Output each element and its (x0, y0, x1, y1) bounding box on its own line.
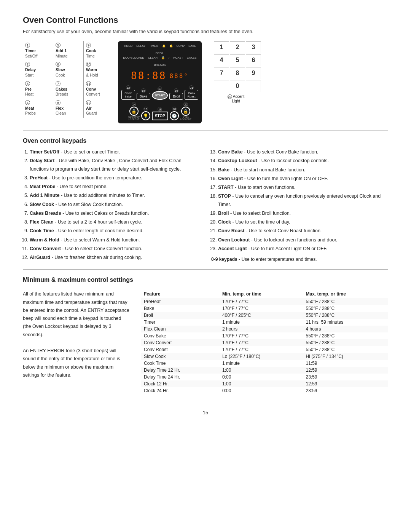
keypad-cell-12: 12AirGuard (84, 99, 114, 118)
table-header: Max. temp. or time (303, 290, 388, 298)
numpad-key-7[interactable]: 7 (214, 67, 229, 79)
keypad-item-3: PreHeat - Use to pre-condition the oven … (30, 174, 200, 182)
numpad-key-0[interactable]: 0 (230, 80, 245, 92)
oven-display: 88:88 888° (131, 70, 189, 81)
table-cell: Lo (225°F / 180°C) (219, 353, 303, 360)
minmax-para2: An ENTRY ERROR tone (3 short beeps) will… (23, 347, 129, 379)
keypad-cell-5: 5Add 1Minute (53, 41, 84, 60)
table-cell: 11:59 (303, 360, 388, 367)
table-cell: 12:59 (303, 367, 388, 374)
table-cell: Delay Time 12 Hr. (141, 367, 219, 374)
table-cell: Slow Cook (141, 353, 219, 360)
keypad-cell-8: 8FlexClean (53, 99, 84, 118)
keypad-item-6: Slow Cook - Use to set Slow Cook functio… (30, 201, 200, 209)
table-cell: Delay Time 24 Hr. (141, 374, 219, 380)
keypad-cell-9: 9CookTime (84, 41, 114, 60)
number-pad-area: 1234567890 23 AccentLight (211, 41, 261, 103)
number-pad: 1234567890 (214, 41, 261, 92)
start-btn[interactable]: START (152, 91, 168, 100)
table-cell: 170°F / 77°C (219, 332, 303, 339)
table-cell: 550°F / 288°C (303, 332, 388, 339)
table-cell: Timer (141, 319, 219, 326)
table-cell: 1:00 (219, 367, 303, 374)
table-cell: 23:59 (303, 374, 388, 380)
stop-btn[interactable]: STOP (152, 112, 168, 120)
table-cell: Clock 12 Hr. (141, 380, 219, 387)
numpad-key-8[interactable]: 8 (230, 67, 245, 79)
keypad-item-4: Meat Probe - Use to set meat probe. (30, 183, 200, 191)
table-cell: Bake (141, 305, 219, 312)
numpad-key-6[interactable]: 6 (246, 54, 261, 66)
page-number: 15 (23, 410, 388, 415)
keypad-item-15: Bake - Use to start normal Bake function… (218, 166, 388, 174)
table-cell: 550°F / 288°C (303, 298, 388, 305)
cooktop-lockout-btn[interactable]: 🔒 (129, 107, 139, 116)
keypad-item-10: Warm & Hold - Use to select Warm & Hold … (30, 236, 200, 244)
table-cell: 400°F / 205°C (219, 312, 303, 319)
numpad-key-3[interactable]: 3 (246, 41, 261, 53)
table-cell: 1 minute (219, 360, 303, 367)
keypad-item-1: Timer Set/Off - Use to set or cancel Tim… (30, 148, 200, 156)
icon-buttons-row: 14 🔒 COOKTOPLOCKOUT 16 💡 18 STOP 20 🕐 (128, 102, 191, 120)
table-row: PreHeat170°F / 77°C550°F / 288°C (141, 298, 388, 305)
indicator-row1: TIMEDDELAYTIMER🔔🔔CONVBAKEBROIL (123, 44, 197, 55)
table-cell: 550°F / 288°C (303, 312, 388, 319)
keypads-section: Timer Set/Off - Use to set or cancel Tim… (23, 148, 388, 262)
table-cell: 11 hrs. 59 minutes (303, 319, 388, 326)
clock-btn[interactable]: 🕐 (170, 111, 179, 120)
keypads-col2: Conv Bake - Use to select Conv Bake func… (211, 148, 388, 262)
keypad-cell-3: 3PreHeat (23, 80, 53, 99)
keypads-col1: Timer Set/Off - Use to set or cancel Tim… (23, 148, 200, 262)
table-row: Delay Time 12 Hr.1:0012:59 (141, 367, 388, 374)
keypad-item-17: START - Use to start oven functions. (218, 184, 388, 192)
table-cell: 550°F / 288°C (303, 346, 388, 353)
keypad-item-18: STOP - Use to cancel any oven function p… (218, 192, 388, 209)
table-row: Cook Time1 minute11:59 (141, 360, 388, 367)
table-cell: PreHeat (141, 298, 219, 305)
oven-lockout-btn[interactable]: 🔒 (181, 107, 190, 116)
broil-btn[interactable]: Broil (169, 93, 183, 100)
keypad-item-22: Oven Lockout - Use to lockout oven funct… (218, 236, 388, 244)
intro-text: For satisfactory use of your oven, becom… (23, 29, 388, 34)
keypad-item-13: Conv Bake - Use to select Conv Bake func… (218, 148, 388, 156)
keypad-item-8: Flex Clean - Use to set a 2 to 4 hour se… (30, 218, 200, 226)
numpad-key-4[interactable]: 4 (214, 54, 229, 66)
keypad-cell-2: 2DelayStart (23, 60, 53, 79)
numpad-key-5[interactable]: 5 (230, 54, 245, 66)
keypad-cell-7: 7CakesBreads (53, 80, 84, 99)
table-row: Slow CookLo (225°F / 180°C)Hi (275°F / 1… (141, 353, 388, 360)
keypad-item-20: Clock - Use to set the time of day. (218, 218, 388, 226)
minmax-table: FeatureMin. temp. or timeMax. temp. or t… (141, 290, 388, 394)
keypad-cell-4: 4MeatProbe (23, 99, 53, 118)
minmax-para1: All of the features listed have minimum … (23, 290, 129, 339)
keypad-item-23: Accent Light - Use to turn Accent Light … (218, 245, 388, 253)
diagram-area: 1TimerSet/Off5Add 1Minute9CookTime2Delay… (23, 41, 388, 131)
table-cell: 2 hours (219, 326, 303, 332)
minmax-left-text: All of the features listed have minimum … (23, 290, 129, 394)
table-cell: 12:59 (303, 380, 388, 387)
table-cell: 23:59 (303, 387, 388, 394)
keypad-item-12: AirGuard - Use to freshen kitchen air du… (30, 254, 200, 262)
table-cell: 550°F / 288°C (303, 305, 388, 312)
numpad-key-1[interactable]: 1 (214, 41, 229, 53)
page-title: Oven Control Functions (23, 15, 388, 25)
keypad-item-5: Add 1 Minute - Use to add additonal minu… (30, 192, 200, 200)
table-cell: 170°F / 77°C (219, 305, 303, 312)
oven-light-btn[interactable]: 💡 (141, 111, 150, 120)
table-row: Bake170°F / 77°C550°F / 288°C (141, 305, 388, 312)
keypad-item-14: Cooktop Lockout - Use to lockout cooktop… (218, 157, 388, 165)
bake-btn[interactable]: Bake (137, 93, 151, 100)
keypad-cell-6: 6SlowCook (53, 60, 84, 79)
table-cell: Hi (275°F / 134°C) (303, 353, 388, 360)
conv-roast-btn[interactable]: ConvRoast (185, 90, 198, 100)
table-row: Broil400°F / 205°C550°F / 288°C (141, 312, 388, 319)
table-cell: Conv Convert (141, 339, 219, 346)
keypad-cell-1: 1TimerSet/Off (23, 41, 53, 60)
numpad-key-2[interactable]: 2 (230, 41, 245, 53)
table-cell: Clock 24 Hr. (141, 387, 219, 394)
numpad-key-9[interactable]: 9 (246, 67, 261, 79)
conv-bake-btn[interactable]: ConvBake (121, 90, 135, 100)
table-cell: Conv Bake (141, 332, 219, 339)
keypad-item-7: Cakes Breads - Use to select Cakes or Br… (30, 209, 200, 217)
table-cell: 1:00 (219, 380, 303, 387)
